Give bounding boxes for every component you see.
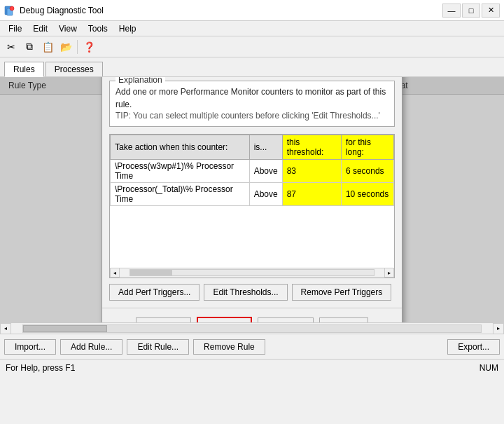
close-button[interactable]: ✕: [482, 4, 500, 18]
main-scroll-left[interactable]: ◂: [0, 323, 11, 334]
table-row[interactable]: \Process(w3wp#1)\% Processor Time Above …: [111, 159, 394, 182]
explanation-tip: TIP: You can select multiple counters be…: [115, 111, 388, 121]
help-nav-button[interactable]: Help: [319, 317, 368, 323]
cancel-button[interactable]: Cancel: [258, 317, 313, 323]
counter-table-inner: Take action when this counter: is... thi…: [110, 135, 394, 268]
bottom-toolbar: Import... Add Rule... Edit Rule... Remov…: [0, 334, 504, 359]
edit-rule-button[interactable]: Edit Rule...: [127, 339, 189, 355]
main-area: Rule Type Count Userdump Pat Select Perf…: [0, 77, 504, 322]
main-scroll-track[interactable]: [22, 324, 482, 333]
explanation-label: Explanation: [115, 77, 165, 85]
tab-processes[interactable]: Processes: [46, 62, 103, 76]
table-row[interactable]: \Processor(_Total)\% Processor Time Abov…: [111, 182, 394, 205]
remove-perf-triggers-button[interactable]: Remove Perf Triggers: [292, 284, 392, 301]
counter-threshold-2: 87: [282, 182, 341, 205]
menu-file[interactable]: File: [3, 22, 27, 35]
next-button[interactable]: Next >: [197, 317, 252, 323]
explanation-group: Explanation Add one or more Performance …: [109, 81, 395, 127]
import-button[interactable]: Import...: [4, 339, 56, 355]
col-threshold: this threshold:: [282, 135, 341, 159]
scroll-track[interactable]: [130, 269, 374, 276]
modal-divider: [102, 308, 402, 308]
counter-duration-2: 10 seconds: [341, 182, 393, 205]
modal-overlay: Select Performance Counters ✕ Explanatio…: [0, 77, 504, 322]
status-text: For Help, press F1: [6, 363, 75, 373]
minimize-button[interactable]: —: [442, 4, 461, 18]
menu-help[interactable]: Help: [113, 22, 142, 35]
paste-button[interactable]: 📋: [39, 39, 56, 55]
toolbar-separator: [77, 40, 78, 54]
scroll-right-arrow[interactable]: ▸: [384, 268, 394, 278]
counter-name-1: \Process(w3wp#1)\% Processor Time: [111, 159, 250, 182]
counter-is-2: Above: [249, 182, 282, 205]
copy-button[interactable]: ⧉: [21, 39, 38, 55]
svg-point-2: [10, 6, 14, 11]
action-buttons: Add Perf Triggers... Edit Thresholds... …: [109, 284, 395, 301]
menu-bar: File Edit View Tools Help: [0, 21, 504, 36]
table-empty-space: [110, 212, 394, 268]
explanation-line1: Add one or more Performance Monitor coun…: [115, 86, 388, 111]
status-bar: For Help, press F1 NUM: [0, 359, 504, 376]
counter-table-area: Take action when this counter: is... thi…: [109, 134, 395, 278]
counter-duration-1: 6 seconds: [341, 159, 393, 182]
open-button[interactable]: 📂: [57, 39, 74, 55]
add-rule-button[interactable]: Add Rule...: [60, 339, 122, 355]
col-duration: for this long:: [341, 135, 393, 159]
modal-body: Explanation Add one or more Performance …: [102, 77, 402, 322]
tab-bar: Rules Processes: [0, 57, 504, 77]
remove-rule-button[interactable]: Remove Rule: [193, 339, 265, 355]
nav-buttons: < Back Next > Cancel Help: [109, 314, 395, 323]
menu-tools[interactable]: Tools: [83, 22, 113, 35]
col-is: is...: [249, 135, 282, 159]
toolbar: ✂ ⧉ 📋 📂 ❓: [0, 36, 504, 57]
counter-is-1: Above: [249, 159, 282, 182]
maximize-button[interactable]: □: [462, 4, 480, 18]
main-scroll-thumb[interactable]: [23, 325, 107, 332]
table-scrollbar[interactable]: ◂ ▸: [110, 268, 394, 278]
status-num: NUM: [479, 363, 498, 373]
scroll-thumb[interactable]: [130, 270, 172, 275]
main-scrollbar[interactable]: ◂ ▸: [0, 322, 504, 334]
help-button[interactable]: ❓: [80, 39, 97, 55]
edit-thresholds-button[interactable]: Edit Thresholds...: [204, 284, 287, 301]
scroll-left-arrow[interactable]: ◂: [110, 268, 120, 278]
modal-dialog: Select Performance Counters ✕ Explanatio…: [102, 77, 402, 322]
counter-name-2: \Processor(_Total)\% Processor Time: [111, 182, 250, 205]
window-title: Debug Diagnostic Tool: [20, 6, 442, 15]
back-button[interactable]: < Back: [136, 317, 191, 323]
menu-edit[interactable]: Edit: [27, 22, 53, 35]
app-icon: [4, 5, 15, 16]
main-scroll-right[interactable]: ▸: [493, 323, 504, 334]
title-bar: Debug Diagnostic Tool — □ ✕: [0, 0, 504, 21]
menu-view[interactable]: View: [53, 22, 83, 35]
tab-rules[interactable]: Rules: [4, 62, 44, 77]
counter-threshold-1: 83: [282, 159, 341, 182]
export-button[interactable]: Export...: [447, 339, 500, 355]
window-controls: — □ ✕: [442, 4, 500, 18]
add-perf-triggers-button[interactable]: Add Perf Triggers...: [109, 284, 200, 301]
counter-table: Take action when this counter: is... thi…: [110, 135, 394, 206]
col-counter: Take action when this counter:: [111, 135, 250, 159]
cut-button[interactable]: ✂: [3, 39, 20, 55]
